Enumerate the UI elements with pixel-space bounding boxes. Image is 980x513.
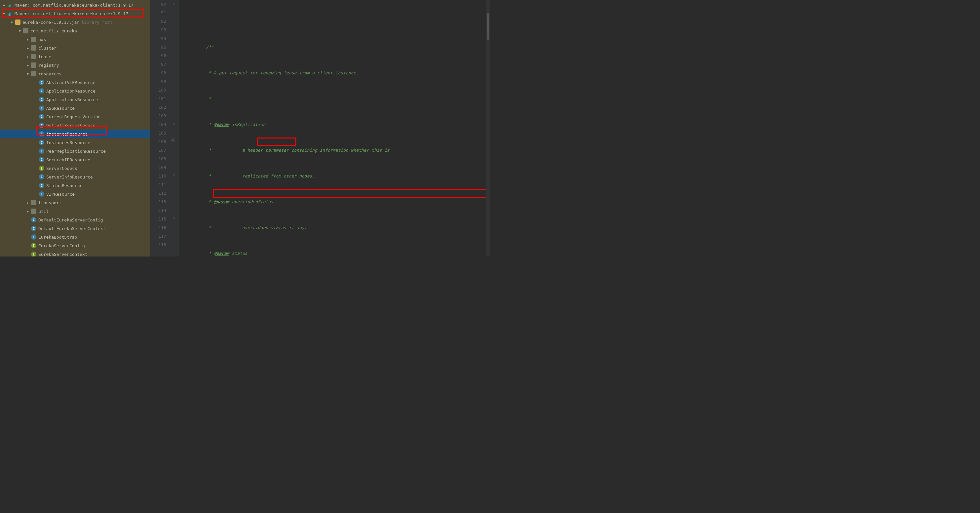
comment: /** <box>183 45 214 49</box>
tree-item-label: DefaultEurekaServerContext <box>38 226 106 231</box>
scrollbar-thumb[interactable] <box>487 13 489 40</box>
class-icon: C <box>39 148 44 154</box>
line-number: 116 <box>150 223 166 232</box>
tree-item[interactable]: ▶CDefaultEurekaServerConfig <box>0 215 150 224</box>
svg-rect-2 <box>10 4 11 7</box>
interface-icon: I <box>31 252 37 256</box>
class-icon: C <box>39 157 44 162</box>
class-icon: C <box>39 140 44 145</box>
tree-item[interactable]: ▶CStatusResource <box>0 181 150 190</box>
tree-item-label: DefaultServerCodecs <box>46 123 95 128</box>
tree-item[interactable]: ▶IServerCodecs <box>0 164 150 172</box>
line-number: 96 <box>150 51 166 60</box>
tree-arrow-icon[interactable]: ▶ <box>26 46 30 50</box>
line-number: 95 <box>150 43 166 51</box>
tree-arrow-icon[interactable]: ▼ <box>18 29 22 33</box>
line-number: 94 <box>150 34 166 43</box>
tree-item[interactable]: ▶CApplicationResource <box>0 87 150 95</box>
fold-marker[interactable]: ⊟ <box>173 2 175 5</box>
tree-item[interactable]: ▶CDefaultEurekaServerContext <box>0 224 150 233</box>
folder-icon <box>31 71 37 76</box>
tree-item-label: CurrentRequestVersion <box>46 115 100 119</box>
tree-item[interactable]: ▼resources <box>0 69 150 78</box>
tree-item-label: EurekaBootStrap <box>38 235 77 240</box>
comment: status <box>229 251 248 256</box>
folder-icon <box>31 37 37 42</box>
code-editor[interactable]: 9091929394959697989910010110210310410510… <box>150 0 490 256</box>
project-tree[interactable]: ▶Maven: com.netflix.eureka:eureka-client… <box>0 0 150 256</box>
line-number: 91 <box>150 9 166 17</box>
gutter-icons: @ ⊟ ⊟ ⊟ ⊟ ⊟ <box>170 0 180 256</box>
tree-item[interactable]: ▶CSecureVIPResource <box>0 155 150 164</box>
tree-item[interactable]: ▶registry <box>0 61 150 69</box>
tree-item[interactable]: ▶cluster <box>0 44 150 52</box>
comment: overriddenStatus <box>229 199 273 204</box>
tree-item[interactable]: ▶aws <box>0 35 150 44</box>
line-number: 100 <box>150 86 166 94</box>
tree-arrow-icon[interactable]: ▶ <box>2 3 6 7</box>
tree-arrow-icon[interactable]: ▶ <box>26 63 30 67</box>
tree-item[interactable]: ▶CInstanceResource <box>0 129 150 138</box>
fold-marker[interactable]: ⊟ <box>173 216 175 220</box>
tree-item[interactable]: ▶CPeerReplicationResource <box>0 147 150 155</box>
tree-arrow-icon[interactable]: ▶ <box>26 201 30 205</box>
fold-marker[interactable]: ⊟ <box>173 173 175 177</box>
folder-icon <box>31 45 37 51</box>
line-number: 117 <box>150 232 166 241</box>
tree-item-label: EurekaServerConfig <box>38 243 85 248</box>
tree-item[interactable]: ▶CASGResource <box>0 104 150 112</box>
tree-item-label: Maven: com.netflix.eureka:eureka-core:1.… <box>14 11 128 16</box>
svg-rect-5 <box>10 12 11 16</box>
tree-item[interactable]: ▶CEurekaBootStrap <box>0 233 150 241</box>
tree-item[interactable]: ▶IEurekaServerConfig <box>0 241 150 250</box>
tree-item[interactable]: ▶lease <box>0 52 150 61</box>
tree-item-label: StatusResource <box>46 183 83 188</box>
fold-marker[interactable]: ⊟ <box>173 122 175 126</box>
class-icon: C <box>39 191 44 197</box>
tree-item-label: Maven: com.netflix.eureka:eureka-client:… <box>14 3 134 8</box>
tree-item[interactable]: ▶Maven: com.netflix.eureka:eureka-client… <box>0 1 150 9</box>
tree-item[interactable]: ▶CApplicationsResource <box>0 95 150 104</box>
tree-arrow-icon[interactable]: ▶ <box>26 209 30 213</box>
tree-item[interactable]: ▶util <box>0 207 150 215</box>
tree-arrow-icon[interactable]: ▼ <box>26 72 30 76</box>
comment: * overridden status if any. <box>183 225 307 230</box>
tree-item[interactable]: ▶CServerInfoResource <box>0 172 150 181</box>
tree-item[interactable]: ▼eureka-core-1.9.17.jarlibrary root <box>0 18 150 26</box>
tree-item-label: ApplicationsResource <box>46 97 98 102</box>
tree-item[interactable]: ▶transport <box>0 198 150 207</box>
tree-item-label: ASGResource <box>46 106 75 111</box>
line-number: 109 <box>150 163 166 172</box>
class-icon: C <box>39 174 44 180</box>
tree-arrow-icon[interactable]: ▼ <box>2 11 6 16</box>
tree-item[interactable]: ▶CDefaultServerCodecs <box>0 121 150 129</box>
tree-item[interactable]: ▶CCurrentRequestVersion <box>0 112 150 121</box>
tree-item[interactable]: ▶CAbstractVIPResource <box>0 78 150 87</box>
line-number: 99 <box>150 77 166 86</box>
tree-arrow-icon[interactable]: ▶ <box>26 54 30 59</box>
comment: * <box>183 122 214 127</box>
line-number: 112 <box>150 189 166 198</box>
class-icon: C <box>39 97 44 102</box>
comment: * <box>183 251 214 256</box>
vertical-scrollbar[interactable] <box>486 0 490 256</box>
line-number: 114 <box>150 206 166 215</box>
line-number: 92 <box>150 17 166 26</box>
tree-item[interactable]: ▼Maven: com.netflix.eureka:eureka-core:1… <box>0 9 150 18</box>
tree-item[interactable]: ▶CVIPResource <box>0 190 150 198</box>
tree-item[interactable]: ▼com.netflix.eureka <box>0 26 150 35</box>
svg-rect-3 <box>8 14 9 16</box>
tree-arrow-icon[interactable]: ▶ <box>26 37 30 41</box>
tree-item[interactable]: ▶IEurekaServerContext <box>0 250 150 256</box>
javadoc-tag: @param <box>214 122 229 127</box>
tree-arrow-icon[interactable]: ▼ <box>10 20 14 24</box>
line-number: 111 <box>150 180 166 189</box>
line-number: 106 <box>150 137 166 146</box>
tree-item-label: util <box>38 209 49 214</box>
code-area[interactable]: /** * A put request for renewing lease f… <box>180 0 486 256</box>
fold-marker[interactable]: ⊟ <box>173 139 175 142</box>
tree-item[interactable]: ▶CInstancesResource <box>0 138 150 147</box>
tree-item-label: aws <box>38 37 46 42</box>
tree-item-label: InstancesResource <box>46 140 90 145</box>
class-icon: C <box>39 183 44 188</box>
